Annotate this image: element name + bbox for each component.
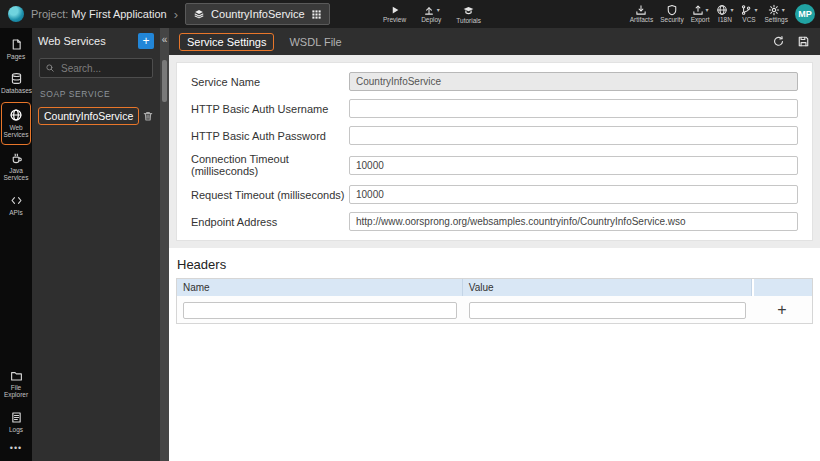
grid-icon[interactable]	[311, 9, 322, 20]
sidebar-item-file-explorer[interactable]: File Explorer	[1, 364, 31, 404]
project-label: Project:	[31, 8, 68, 20]
sidebar-item-apis[interactable]: APIs	[1, 189, 31, 221]
header-table-row: +	[177, 296, 812, 323]
search-box	[39, 58, 153, 78]
export-button[interactable]: ▾ Export	[691, 4, 710, 24]
caret-down-icon: ▾	[782, 7, 785, 13]
security-label: Security	[660, 17, 683, 24]
save-icon[interactable]	[797, 35, 810, 48]
field-label: Endpoint Address	[191, 216, 349, 228]
active-service-chip[interactable]: CountryInfoService	[185, 3, 330, 25]
artifacts-button[interactable]: Artifacts	[630, 4, 653, 24]
sidebar-item-label: Databases	[1, 87, 31, 94]
i18n-button[interactable]: ▾ I18N	[716, 4, 733, 24]
user-avatar[interactable]: MP	[795, 4, 815, 24]
caret-down-icon: ▾	[437, 7, 440, 13]
sidebar-item-logs[interactable]: Logs	[1, 406, 31, 438]
tab-wsdl-file[interactable]: WSDL File	[282, 34, 348, 50]
folder-icon	[10, 369, 23, 382]
form-row-service-name: Service Name	[177, 68, 812, 95]
headers-section: Headers Name Value +	[169, 248, 820, 324]
project-name[interactable]: My First Application	[71, 8, 166, 20]
service-name-field[interactable]	[349, 72, 798, 91]
preview-button[interactable]: Preview	[383, 4, 406, 24]
form-row-endpoint: Endpoint Address	[177, 208, 812, 235]
sidebar-item-databases[interactable]: Databases	[1, 67, 31, 99]
refresh-icon[interactable]	[772, 35, 785, 48]
activity-bar: Pages Databases Web Services Java Servic…	[0, 28, 32, 461]
activity-bar-spacer	[0, 222, 32, 362]
endpoint-address-field[interactable]	[349, 212, 798, 231]
caret-down-icon: ▾	[706, 7, 709, 13]
i18n-label: I18N	[718, 17, 732, 24]
vcs-icon	[740, 4, 752, 16]
artifacts-icon	[635, 4, 647, 16]
preview-label: Preview	[383, 17, 406, 24]
headers-table: Name Value +	[176, 278, 813, 324]
service-item-name[interactable]: CountryInfoService	[38, 107, 139, 125]
java-cup-icon	[10, 152, 23, 165]
caret-down-icon: ▾	[754, 7, 757, 13]
panel-splitter[interactable]: «	[160, 28, 169, 461]
form-row-password: HTTP Basic Auth Password	[177, 122, 812, 149]
add-header-button[interactable]: +	[773, 302, 790, 318]
add-service-button[interactable]: +	[138, 33, 154, 49]
soap-service-section-label: SOAP SERVICE	[40, 89, 152, 99]
pages-icon	[10, 38, 23, 51]
search-icon	[45, 63, 55, 73]
basic-auth-username-field[interactable]	[349, 99, 798, 118]
search-input[interactable]	[59, 62, 147, 75]
service-settings-card: Service Name HTTP Basic Auth Username HT…	[176, 62, 813, 241]
settings-form-zone: Service Name HTTP Basic Auth Username HT…	[169, 55, 820, 248]
collapse-panel-icon[interactable]: «	[160, 28, 169, 45]
topbar-right-actions: Artifacts Security ▾ Export ▾ I18N	[630, 0, 815, 28]
delete-service-button[interactable]	[142, 110, 154, 122]
main-area: Service Settings WSDL File Service Name …	[169, 28, 820, 461]
sidebar-item-java-services[interactable]: Java Services	[1, 147, 31, 187]
scrollbar-thumb[interactable]	[162, 60, 167, 102]
settings-button[interactable]: ▾ Settings	[765, 4, 789, 24]
form-row-request-timeout: Request Timeout (milliseconds)	[177, 181, 812, 208]
field-label: HTTP Basic Auth Username	[191, 103, 349, 115]
layers-icon	[193, 8, 205, 20]
field-label: Request Timeout (milliseconds)	[191, 189, 349, 201]
app-logo-icon[interactable]	[8, 6, 24, 22]
field-label: Connection Timeout (milliseconds)	[191, 153, 349, 177]
play-icon	[389, 4, 401, 16]
sidebar-item-pages[interactable]: Pages	[1, 33, 31, 65]
tab-service-settings[interactable]: Service Settings	[179, 33, 274, 51]
more-options-icon[interactable]: •••	[0, 439, 32, 457]
active-service-name: CountryInfoService	[211, 8, 305, 20]
column-header-name: Name	[177, 279, 463, 296]
header-name-input[interactable]	[183, 302, 457, 319]
topbar: Project: My First Application › CountryI…	[0, 0, 820, 28]
deploy-button[interactable]: ▾ Deploy	[421, 4, 441, 24]
panel-header: Web Services +	[32, 28, 160, 54]
sidebar-item-label: Web Services	[1, 124, 31, 139]
i18n-icon	[716, 4, 728, 16]
sidebar-item-web-services[interactable]: Web Services	[1, 102, 31, 145]
panel-title: Web Services	[38, 35, 132, 47]
service-list-item[interactable]: CountryInfoService	[32, 106, 160, 126]
headers-title: Headers	[177, 257, 813, 272]
vcs-button[interactable]: ▾ VCS	[740, 4, 757, 24]
chevron-right-icon: ›	[174, 8, 178, 21]
tab-bar: Service Settings WSDL File	[169, 28, 820, 55]
request-timeout-field[interactable]	[349, 185, 798, 204]
field-label: Service Name	[191, 76, 349, 88]
sidebar-item-label: Logs	[1, 426, 31, 433]
basic-auth-password-field[interactable]	[349, 126, 798, 145]
artifacts-label: Artifacts	[630, 17, 653, 24]
apis-icon	[10, 194, 23, 207]
logs-icon	[10, 411, 23, 424]
connection-timeout-field[interactable]	[349, 156, 798, 175]
tutorials-button[interactable]: Tutorials	[456, 4, 481, 25]
topbar-center-actions: Preview ▾ Deploy Tutorials	[383, 0, 481, 28]
topbar-left: Project: My First Application › CountryI…	[8, 0, 330, 28]
export-icon	[692, 4, 704, 16]
tab-tools	[772, 35, 810, 48]
trash-icon	[142, 110, 154, 122]
globe-icon	[9, 108, 23, 122]
header-value-input[interactable]	[469, 302, 746, 319]
security-button[interactable]: Security	[660, 4, 683, 24]
